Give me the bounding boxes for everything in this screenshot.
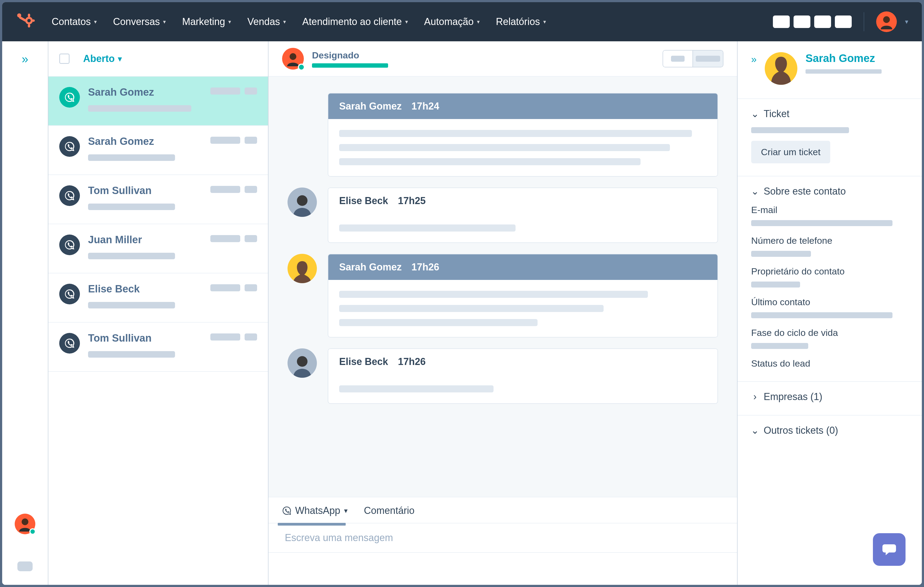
conversation-preview: [88, 253, 175, 259]
create-ticket-button[interactable]: Criar um ticket: [751, 141, 830, 163]
conversation-meta: [210, 333, 257, 341]
view-toggle-right[interactable]: [693, 51, 723, 67]
assigned-label: Designado: [312, 50, 388, 61]
svg-point-1: [27, 19, 31, 22]
conversation-meta: [210, 284, 257, 291]
conversation-item[interactable]: Juan Miller: [48, 224, 268, 274]
collapse-sidepanel-icon[interactable]: »: [751, 54, 757, 65]
nav-right: ▾: [773, 12, 908, 32]
chat-fab[interactable]: [873, 533, 906, 566]
status-online-dot: [298, 64, 305, 71]
nav-automacao[interactable]: Automação▾: [424, 16, 480, 28]
composer-placeholder: Escreva uma mensagem: [285, 532, 393, 544]
conversation-preview: [88, 351, 175, 358]
svg-rect-4: [28, 24, 30, 28]
companies-section-toggle[interactable]: › Empresas (1): [751, 391, 908, 402]
message-text-line: [339, 385, 493, 392]
conversation-item[interactable]: Elise Beck: [48, 274, 268, 323]
chevron-down-icon: ▾: [94, 18, 97, 25]
conversation-meta: [210, 137, 257, 144]
other-tickets-section: ⌄ Outros tickets (0): [738, 415, 922, 448]
whatsapp-icon: [59, 87, 80, 107]
thread-view-toggle: [663, 50, 723, 68]
view-toggle-left[interactable]: [663, 51, 693, 67]
chevron-down-icon: ▾: [163, 18, 166, 25]
composer-tab-comment[interactable]: Comentário: [364, 505, 414, 523]
message-row: Elise Beck17h25: [287, 188, 718, 243]
message-text-line: [339, 319, 538, 326]
message-sender: Elise Beck: [339, 356, 388, 368]
contact-avatar[interactable]: [765, 52, 797, 85]
rail-user-avatar[interactable]: [15, 514, 35, 534]
message-bubble: Elise Beck17h25: [328, 188, 718, 243]
nav-conversas[interactable]: Conversas▾: [113, 16, 166, 28]
svg-point-9: [290, 53, 297, 60]
conversation-list-header: Aberto▾: [48, 41, 268, 77]
sidepanel-header: » Sarah Gomez: [738, 41, 922, 98]
conversation-item[interactable]: Sarah Gomez: [48, 126, 268, 175]
composer-tab-whatsapp[interactable]: WhatsApp▾: [282, 505, 348, 523]
field-label-owner: Proprietário do contato: [751, 266, 908, 277]
message-text-line: [339, 158, 640, 165]
thread-header: Designado: [269, 41, 737, 77]
composer-input[interactable]: Escreva uma mensagem: [269, 523, 737, 552]
message-bubble: Elise Beck17h26: [328, 348, 718, 404]
svg-rect-6: [19, 16, 27, 22]
message-row: Sarah Gomez17h24: [287, 93, 718, 176]
conversation-preview: [88, 154, 175, 161]
nav-action-3[interactable]: [814, 15, 831, 28]
message-row: Sarah Gomez17h26: [287, 254, 718, 338]
chevron-right-icon: ›: [751, 393, 759, 401]
nav-vendas[interactable]: Vendas▾: [247, 16, 286, 28]
message-time: 17h26: [411, 261, 439, 273]
composer-tabs: WhatsApp▾ Comentário: [269, 497, 737, 523]
message-text-line: [339, 130, 692, 137]
hubspot-logo[interactable]: [16, 12, 35, 31]
nav-contatos[interactable]: Contatos▾: [52, 16, 97, 28]
conversation-item[interactable]: Tom Sullivan: [48, 323, 268, 372]
conversation-item[interactable]: Tom Sullivan: [48, 175, 268, 224]
ticket-section-toggle[interactable]: ⌄ Ticket: [751, 108, 908, 120]
chevron-down-icon: ▾: [405, 18, 408, 25]
message-avatar: [287, 188, 317, 217]
active-tab-underline: [278, 523, 346, 526]
conversation-item[interactable]: Sarah Gomez: [48, 77, 268, 126]
conversation-meta: [210, 87, 257, 94]
nav-atendimento[interactable]: Atendimento ao cliente▾: [302, 16, 408, 28]
composer-footer: [269, 552, 737, 585]
conversation-thread: Designado Sarah Gomez17h24Elise Beck17h2…: [269, 41, 737, 585]
status-online-dot: [29, 528, 36, 535]
nav-items: Contatos▾ Conversas▾ Marketing▾ Vendas▾ …: [52, 16, 546, 28]
select-all-checkbox[interactable]: [59, 54, 69, 64]
field-label-phone: Número de telefone: [751, 235, 908, 246]
conversation-list: Aberto▾ Sarah GomezSarah GomezTom Sulliv…: [48, 41, 269, 585]
nav-marketing[interactable]: Marketing▾: [182, 16, 231, 28]
account-avatar[interactable]: [876, 12, 897, 32]
contact-sidepanel: » Sarah Gomez ⌄ Ticket Criar um ticket: [737, 41, 922, 585]
assignee-avatar[interactable]: [282, 48, 304, 69]
status-filter[interactable]: Aberto▾: [83, 53, 122, 64]
nav-action-4[interactable]: [835, 15, 852, 28]
field-value-phone: [751, 251, 811, 257]
assignee-block[interactable]: Designado: [312, 50, 388, 68]
expand-rail-icon[interactable]: »: [22, 52, 28, 66]
message-time: 17h24: [411, 101, 439, 112]
svg-point-12: [297, 356, 308, 367]
nav-action-2[interactable]: [794, 15, 810, 28]
message-bubble: Sarah Gomez17h26: [328, 254, 718, 338]
nav-action-1[interactable]: [773, 15, 790, 28]
left-rail: »: [2, 41, 48, 585]
nav-relatorios[interactable]: Relatórios▾: [496, 16, 546, 28]
whatsapp-icon: [59, 284, 80, 304]
rail-action[interactable]: [17, 561, 33, 571]
other-tickets-toggle[interactable]: ⌄ Outros tickets (0): [751, 425, 908, 436]
contact-name[interactable]: Sarah Gomez: [805, 52, 882, 64]
message-time: 17h26: [398, 356, 426, 368]
account-menu-caret[interactable]: ▾: [905, 18, 908, 26]
message-avatar: [287, 348, 317, 378]
svg-rect-3: [32, 20, 35, 22]
field-label-lifecycle: Fase do ciclo de vida: [751, 328, 908, 338]
whatsapp-icon: [59, 185, 80, 206]
whatsapp-icon: [59, 333, 80, 354]
about-section-toggle[interactable]: ⌄ Sobre este contato: [751, 186, 908, 197]
